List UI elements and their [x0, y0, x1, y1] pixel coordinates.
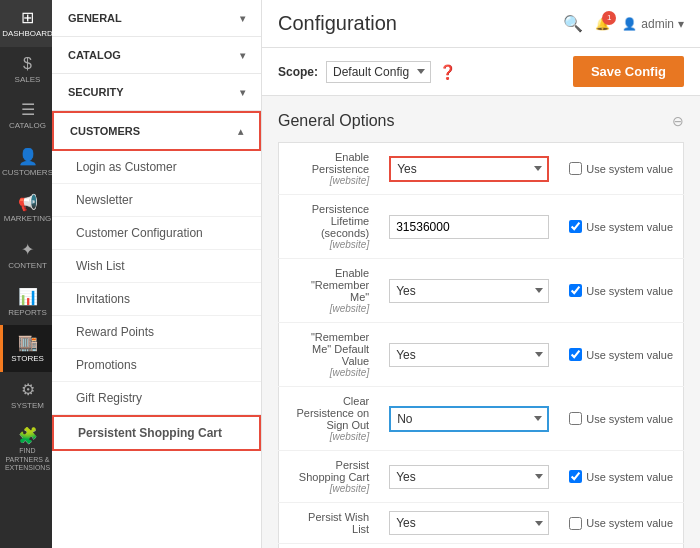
option-control-cell — [379, 195, 559, 259]
page-title: Configuration — [278, 12, 397, 35]
nav-section-general[interactable]: GENERAL ▾ — [52, 0, 261, 37]
sidebar-item-sales[interactable]: $ SALES — [0, 47, 52, 93]
chevron-up-icon: ▴ — [238, 126, 243, 137]
help-icon[interactable]: ❓ — [439, 64, 456, 80]
table-row: Persist Recently Ordered Items[website]Y… — [279, 544, 684, 549]
section-title-row: General Options ⊖ — [278, 112, 684, 130]
sidebar-item-system[interactable]: ⚙ SYSTEM — [0, 372, 52, 419]
nav-sub-customer-configuration[interactable]: Customer Configuration — [52, 217, 261, 250]
sidebar-item-dashboard[interactable]: ⊞ DASHBOARD — [0, 0, 52, 47]
section-title: General Options — [278, 112, 395, 130]
sidebar-item-reports[interactable]: 📊 REPORTS — [0, 279, 52, 326]
option-select[interactable]: Yes — [389, 465, 549, 489]
scope-select[interactable]: Default Config — [326, 61, 431, 83]
nav-sub-login-as-customer[interactable]: Login as Customer — [52, 151, 261, 184]
sidebar-item-marketing[interactable]: 📢 MARKETING — [0, 185, 52, 232]
sidebar-item-customers[interactable]: 👤 CUSTOMERS — [0, 139, 52, 186]
option-label: Persist Shopping Cart[website] — [279, 451, 380, 503]
table-row: Persist Shopping Cart[website]YesUse sys… — [279, 451, 684, 503]
admin-icon: 👤 — [622, 17, 637, 31]
dashboard-icon: ⊞ — [21, 8, 34, 27]
system-value-checkbox[interactable] — [569, 412, 582, 425]
sidebar-item-catalog[interactable]: ☰ CATALOG — [0, 92, 52, 139]
option-label: Enable Persistence[website] — [279, 143, 380, 195]
reports-icon: 📊 — [18, 287, 38, 306]
nav-sub-promotions[interactable]: Promotions — [52, 349, 261, 382]
table-row: Clear Persistence on Sign Out[website]No… — [279, 387, 684, 451]
nav-section-customers[interactable]: CUSTOMERS ▴ — [52, 111, 261, 151]
save-config-button[interactable]: Save Config — [573, 56, 684, 87]
system-value-checkbox[interactable] — [569, 470, 582, 483]
option-select[interactable]: Yes — [389, 279, 549, 303]
sidebar-label-stores: STORES — [11, 354, 44, 364]
table-row: Persist Wish ListYesUse system value — [279, 503, 684, 544]
sidebar-label-marketing: MARKETING — [4, 214, 52, 224]
option-select[interactable]: Yes — [389, 156, 549, 182]
sidebar: ⊞ DASHBOARD $ SALES ☰ CATALOG 👤 CUSTOMER… — [0, 0, 52, 548]
admin-info[interactable]: 👤 admin ▾ — [622, 17, 684, 31]
option-label: Persistence Lifetime (seconds)[website] — [279, 195, 380, 259]
marketing-icon: 📢 — [18, 193, 38, 212]
system-value-checkbox[interactable] — [569, 348, 582, 361]
stores-icon: 🏬 — [18, 333, 38, 352]
content-icon: ✦ — [21, 240, 34, 259]
system-value-checkbox[interactable] — [569, 284, 582, 297]
partners-icon: 🧩 — [18, 426, 38, 445]
notification-bell[interactable]: 🔔 1 — [595, 17, 610, 31]
option-label: Persist Wish List — [279, 503, 380, 544]
content-area: Configuration 🔍 🔔 1 👤 admin ▾ Scope: Def… — [262, 0, 700, 548]
system-value-cell: Use system value — [559, 503, 683, 544]
sidebar-item-partners[interactable]: 🧩 FIND PARTNERS & EXTENSIONS — [0, 418, 52, 480]
chevron-down-icon: ▾ — [240, 13, 245, 24]
table-row: Persistence Lifetime (seconds)[website]U… — [279, 195, 684, 259]
sales-icon: $ — [23, 55, 32, 73]
system-value-checkbox[interactable] — [569, 162, 582, 175]
chevron-down-icon: ▾ — [240, 87, 245, 98]
customers-icon: 👤 — [18, 147, 38, 166]
sidebar-label-content: CONTENT — [8, 261, 47, 271]
scope-bar: Scope: Default Config ❓ Save Config — [262, 48, 700, 96]
system-value-cell: Use system value — [559, 195, 683, 259]
admin-chevron-icon: ▾ — [678, 17, 684, 31]
collapse-icon[interactable]: ⊖ — [672, 113, 684, 129]
system-value-cell: Use system value — [559, 544, 683, 549]
system-value-cell: Use system value — [559, 451, 683, 503]
table-row: Enable "Remember Me"[website]YesUse syst… — [279, 259, 684, 323]
nav-section-catalog-label: CATALOG — [68, 49, 121, 61]
search-icon[interactable]: 🔍 — [563, 14, 583, 33]
table-row: "Remember Me" Default Value[website]YesU… — [279, 323, 684, 387]
nav-sub-invitations[interactable]: Invitations — [52, 283, 261, 316]
system-value-label: Use system value — [586, 285, 673, 297]
system-value-label: Use system value — [586, 413, 673, 425]
system-value-cell: Use system value — [559, 259, 683, 323]
nav-sub-reward-points[interactable]: Reward Points — [52, 316, 261, 349]
option-select[interactable]: Yes — [389, 511, 549, 535]
system-value-label: Use system value — [586, 221, 673, 233]
sidebar-item-content[interactable]: ✦ CONTENT — [0, 232, 52, 279]
nav-sub-wish-list[interactable]: Wish List — [52, 250, 261, 283]
system-value-checkbox[interactable] — [569, 220, 582, 233]
main-container: GENERAL ▾ CATALOG ▾ SECURITY ▾ CUSTOMERS… — [52, 0, 700, 548]
nav-section-security[interactable]: SECURITY ▾ — [52, 74, 261, 111]
sidebar-item-stores[interactable]: 🏬 STORES — [0, 325, 52, 372]
option-select[interactable]: Yes — [389, 343, 549, 367]
option-control-cell: Yes — [379, 259, 559, 323]
nav-section-catalog[interactable]: CATALOG ▾ — [52, 37, 261, 74]
option-select[interactable]: No — [389, 406, 549, 432]
system-value-checkbox[interactable] — [569, 517, 582, 530]
nav-sub-gift-registry[interactable]: Gift Registry — [52, 382, 261, 415]
catalog-icon: ☰ — [21, 100, 35, 119]
option-label: Persist Recently Ordered Items[website] — [279, 544, 380, 549]
system-value-label: Use system value — [586, 349, 673, 361]
sidebar-label-catalog: CATALOG — [9, 121, 46, 131]
option-control-cell: Yes — [379, 544, 559, 549]
sidebar-label-reports: REPORTS — [8, 308, 47, 318]
nav-section-security-label: SECURITY — [68, 86, 124, 98]
nav-sub-newsletter[interactable]: Newsletter — [52, 184, 261, 217]
nav-sub-persistent-shopping-cart[interactable]: Persistent Shopping Cart — [52, 415, 261, 451]
option-control-cell: Yes — [379, 143, 559, 195]
left-nav: GENERAL ▾ CATALOG ▾ SECURITY ▾ CUSTOMERS… — [52, 0, 262, 548]
option-input[interactable] — [389, 215, 549, 239]
options-table: Enable Persistence[website]YesUse system… — [278, 142, 684, 548]
sidebar-label-customers: CUSTOMERS — [2, 168, 52, 178]
